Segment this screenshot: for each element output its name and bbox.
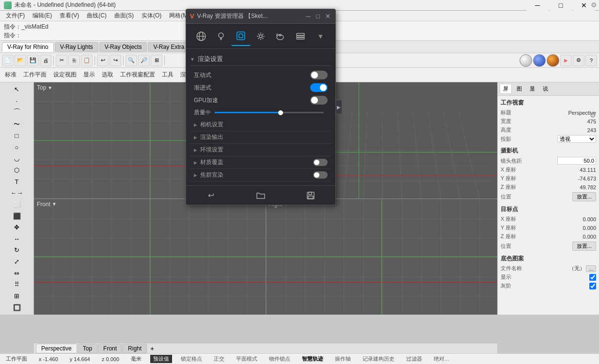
print-btn[interactable]: 🖨 (40, 55, 51, 66)
tb2-viewport-config[interactable]: 工作视窗配置 (117, 71, 158, 79)
tool-scale[interactable]: ⤢ (10, 257, 24, 267)
zoom-all-btn[interactable]: ⊞ (151, 55, 162, 66)
tb2-display[interactable]: 显示 (80, 71, 98, 79)
viewport-front[interactable]: Front ▼ (34, 199, 266, 315)
status-smart-track[interactable]: 智慧轨迹 (299, 355, 326, 363)
tb2-standard[interactable]: 标准 (2, 71, 19, 79)
help-btn[interactable]: ? (585, 55, 597, 66)
menu-view[interactable]: 查看(V) (56, 11, 83, 21)
vray-tb-settings-btn[interactable] (251, 27, 270, 46)
tb2-workplane[interactable]: 工作平面 (20, 71, 49, 79)
redo-btn[interactable]: ↪ (110, 55, 121, 66)
tb2-tools[interactable]: 工具 (159, 71, 176, 79)
vray-camera-settings[interactable]: ▶ 相机设置 (190, 119, 331, 131)
btab-perspective[interactable]: Perspective (36, 344, 77, 353)
rpanel-tab-display[interactable]: 显 (527, 84, 538, 93)
cut-btn[interactable]: ✂ (56, 55, 67, 66)
menu-surface[interactable]: 曲面(S) (110, 11, 138, 21)
zoom-out-btn[interactable]: 🔎 (138, 55, 150, 66)
btab-front[interactable]: Front (98, 344, 122, 353)
vray-expand-btn[interactable]: ▶ (335, 100, 342, 114)
undo-btn[interactable]: ↩ (97, 55, 109, 66)
menu-edit[interactable]: 编辑(E) (29, 11, 56, 21)
vray-caustics[interactable]: ▶ 焦群宣染 (190, 169, 331, 182)
render-sphere-btn[interactable] (520, 54, 532, 67)
tool-arc[interactable]: ◡ (10, 153, 24, 164)
zoom-in-btn[interactable]: 🔍 (126, 55, 137, 66)
vray-tb-teapot-btn[interactable] (271, 27, 290, 46)
vray-caustics-toggle[interactable] (313, 171, 328, 179)
vray-tb-expand-btn[interactable]: ▼ (311, 27, 330, 46)
vray-tb-layers-btn[interactable] (291, 27, 310, 46)
tool-snap[interactable]: 🔲 (10, 302, 24, 313)
status-grid-lock[interactable]: 锁定格点 (178, 355, 205, 363)
tab-vray-extra[interactable]: V-Ray Extra (148, 42, 189, 52)
tool-text[interactable]: T (10, 176, 24, 187)
status-absolute[interactable]: 绝对... (431, 355, 452, 363)
toolbar-settings-icon[interactable]: ⚙ (591, 1, 597, 9)
tool-transform[interactable]: ✥ (10, 222, 24, 233)
status-object-snap[interactable]: 物件锁点 (266, 355, 293, 363)
vray-tb-globe-btn[interactable] (191, 27, 211, 46)
vray-close-btn[interactable]: ✕ (324, 13, 331, 20)
rpanel-bg-show-checkbox[interactable] (589, 274, 596, 281)
vray-gpu-toggle[interactable] (310, 96, 328, 105)
vray-progressive-toggle[interactable] (310, 83, 328, 92)
vray-render-output[interactable]: ▶ 渲染输出 (190, 131, 331, 144)
maximize-button[interactable]: □ (550, 0, 572, 11)
tool-select[interactable]: ↖ (10, 84, 24, 95)
rpanel-tab-view[interactable]: 屏 (500, 84, 512, 94)
tool-surface[interactable]: ⬜ (10, 199, 24, 210)
status-op-axis[interactable]: 操作轴 (332, 355, 354, 363)
vray-save-btn[interactable] (303, 189, 318, 202)
vray-material-override[interactable]: ▶ 材质覆盖 (190, 156, 331, 169)
btab-right[interactable]: Right (123, 344, 147, 353)
rpanel-bg-file-btn[interactable]: … (586, 265, 596, 272)
menu-curve[interactable]: 曲线(C) (83, 11, 110, 21)
tool-extrude[interactable]: ⬛ (10, 211, 24, 221)
tab-vray-lights[interactable]: V-Ray Lights (55, 42, 98, 52)
status-history[interactable]: 记录建构历史 (360, 355, 397, 363)
vray-interactive-toggle[interactable] (310, 71, 328, 79)
rpanel-focal-input[interactable] (557, 157, 596, 165)
rpanel-bg-gray-checkbox[interactable] (589, 283, 596, 289)
rpanel-cam-pos-btn[interactable]: 放置... (572, 192, 596, 201)
rpanel-tab-desc[interactable]: 说 (540, 84, 551, 93)
tool-curve1[interactable]: ⌒ (10, 107, 24, 118)
right-panel-settings[interactable]: ⚙ (590, 111, 596, 119)
tool-mirror[interactable]: ⇔ (10, 268, 24, 278)
status-ortho[interactable]: 正交 (211, 355, 227, 363)
open-btn[interactable]: 📂 (15, 55, 26, 66)
tool-array[interactable]: ⠿ (10, 279, 24, 290)
rpanel-projection-select[interactable]: 透视 平行 (557, 135, 596, 143)
tool-rotate[interactable]: ↻ (10, 245, 24, 256)
tool-point[interactable]: · (10, 96, 24, 106)
minimize-button[interactable]: ─ (526, 0, 549, 11)
copy-btn[interactable]: ⎘ (68, 55, 80, 66)
tool-grid-toggle[interactable]: ⊞ (10, 291, 24, 302)
tab-vray-objects[interactable]: V-Ray Objects (99, 42, 147, 52)
vray-maximize-btn[interactable]: □ (314, 13, 322, 20)
tool-rect[interactable]: □ (10, 131, 24, 141)
tool-dim[interactable]: ←→ (10, 188, 24, 198)
tb2-select[interactable]: 选取 (99, 71, 116, 79)
tool-move[interactable]: ↔ (10, 234, 24, 244)
menu-solid[interactable]: 实体(O) (138, 11, 165, 21)
save-btn[interactable]: 💾 (27, 55, 39, 66)
tb2-setview[interactable]: 设定视图 (50, 71, 79, 79)
btab-add-btn[interactable]: + (147, 345, 157, 352)
paste-btn[interactable]: 📋 (81, 55, 93, 66)
new-btn[interactable]: 📄 (2, 55, 14, 66)
vray-undo-btn[interactable]: ↩ (203, 189, 219, 202)
viewport-right[interactable]: Right ▼ (266, 199, 498, 315)
status-filter[interactable]: 过滤器 (403, 355, 425, 363)
tab-vray-rhino[interactable]: V-Ray for Rhino (2, 42, 54, 52)
rpanel-tgt-pos-btn[interactable]: 放置... (572, 242, 596, 251)
render-region-btn[interactable]: ⚙ (573, 55, 584, 66)
menu-file[interactable]: 文件(F) (2, 11, 29, 21)
rpanel-tab-image[interactable]: 图 (514, 84, 525, 93)
render-sphere3-btn[interactable] (547, 54, 559, 67)
tool-curve2[interactable]: 〜 (10, 119, 24, 130)
vray-minimize-btn[interactable]: ─ (304, 13, 312, 20)
window-controls[interactable]: ─ □ ✕ (526, 0, 595, 11)
